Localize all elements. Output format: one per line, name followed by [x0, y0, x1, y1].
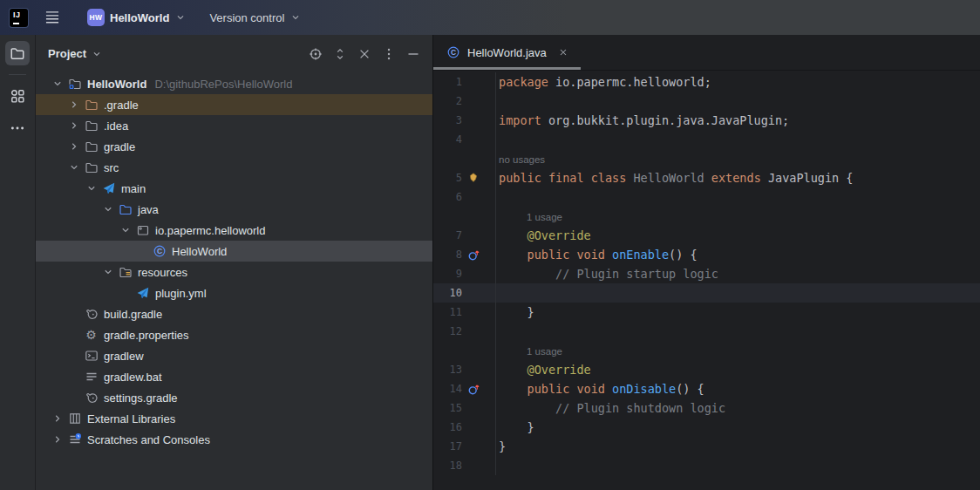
tree-item-label: gradlew.bat: [104, 371, 162, 384]
chevron-down-icon[interactable]: [101, 202, 115, 216]
panel-options-button[interactable]: [379, 44, 398, 63]
code-line[interactable]: 5public final class HelloWorld extends J…: [433, 168, 980, 187]
usage-inlay-hint[interactable]: 1 usage: [495, 341, 980, 360]
chevron-down-icon[interactable]: [51, 77, 65, 91]
gradle-icon: [84, 307, 99, 321]
tree-item[interactable]: main: [36, 178, 432, 199]
overrides-method-gutter-icon[interactable]: [467, 248, 480, 262]
tree-item[interactable]: gradlew.bat: [36, 366, 432, 387]
code-text[interactable]: }: [495, 303, 980, 322]
chevron-down-icon[interactable]: [85, 181, 99, 195]
code-line[interactable]: 18: [433, 456, 980, 475]
hide-panel-button[interactable]: [404, 44, 422, 63]
tree-item[interactable]: Scratches and Consoles: [36, 429, 432, 450]
project-view-selector[interactable]: Project: [48, 47, 103, 60]
folder-source-icon: [118, 202, 133, 216]
code-text[interactable]: }: [495, 437, 980, 456]
tree-item-label: HelloWorld: [172, 245, 227, 258]
chevron-placeholder: [135, 244, 149, 258]
folder-icon: [84, 160, 99, 174]
code-line[interactable]: 7 @Override: [433, 226, 980, 245]
inlay-hint-row[interactable]: no usages: [433, 149, 980, 168]
project-widget-button[interactable]: HW HelloWorld: [80, 5, 194, 30]
tree-item[interactable]: gradle: [36, 136, 432, 157]
usage-inlay-hint[interactable]: no usages: [495, 149, 980, 168]
tree-item[interactable]: build.gradle: [36, 303, 432, 324]
code-text[interactable]: public void onEnable() {: [495, 245, 980, 264]
project-toolwindow-button[interactable]: [5, 41, 30, 65]
inlay-hint-row[interactable]: 1 usage: [433, 207, 980, 226]
collapse-all-button[interactable]: [355, 44, 373, 63]
code-line[interactable]: 1package io.papermc.helloworld;: [433, 72, 980, 92]
code-line[interactable]: 4: [433, 130, 980, 149]
gutter[interactable]: [462, 383, 495, 396]
chevron-right-icon[interactable]: [67, 119, 81, 133]
code-text[interactable]: [495, 92, 980, 111]
locate-file-button[interactable]: [306, 44, 324, 63]
chevron-right-icon[interactable]: [67, 98, 81, 112]
code-line[interactable]: 15 // Plugin shutdown logic: [433, 398, 980, 418]
tree-item[interactable]: .idea: [36, 115, 432, 136]
chevron-right-icon[interactable]: [67, 140, 81, 153]
plugin-gutter-icon[interactable]: [467, 172, 480, 184]
scratches-icon: [67, 432, 82, 446]
chevron-down-icon[interactable]: [101, 265, 115, 279]
code-line[interactable]: 6: [433, 187, 980, 207]
code-text[interactable]: public final class HelloWorld extends Ja…: [495, 168, 980, 187]
tree-item[interactable]: .gradle: [36, 94, 432, 115]
code-line[interactable]: 17}: [433, 437, 980, 456]
code-text[interactable]: public void onDisable() {: [495, 379, 980, 398]
code-line[interactable]: 16 }: [433, 418, 980, 437]
code-text[interactable]: // Plugin startup logic: [495, 264, 980, 283]
tree-item[interactable]: CHelloWorld: [36, 241, 432, 262]
code-line[interactable]: 14 public void onDisable() {: [433, 379, 980, 398]
chevron-down-icon[interactable]: [67, 160, 81, 174]
code-line[interactable]: 13 @Override: [433, 360, 980, 379]
tree-item[interactable]: gradlew: [36, 345, 432, 366]
tree-item[interactable]: io.papermc.helloworld: [36, 220, 432, 241]
code-line[interactable]: 3import org.bukkit.plugin.java.JavaPlugi…: [433, 111, 980, 130]
chevron-right-icon[interactable]: [51, 412, 65, 425]
code-text[interactable]: [495, 187, 980, 207]
code-line[interactable]: 2: [433, 92, 980, 111]
code-text[interactable]: @Override: [495, 226, 980, 245]
tree-item[interactable]: ⚙gradle.properties: [36, 324, 432, 345]
tree-item[interactable]: HelloWorldD:\githubRePos\HelloWorld: [36, 73, 432, 94]
code-text[interactable]: import org.bukkit.plugin.java.JavaPlugin…: [495, 111, 980, 130]
tree-item[interactable]: settings.gradle: [36, 387, 432, 408]
chevron-right-icon[interactable]: [51, 432, 65, 446]
more-toolwindows-button[interactable]: [5, 116, 30, 140]
code-text[interactable]: [495, 456, 980, 475]
usage-inlay-hint[interactable]: 1 usage: [495, 207, 980, 226]
tree-item[interactable]: src: [36, 157, 432, 178]
code-text[interactable]: [495, 283, 980, 303]
main-menu-icon[interactable]: [44, 10, 60, 24]
code-line[interactable]: 11 }: [433, 303, 980, 322]
structure-toolwindow-button[interactable]: [5, 84, 30, 108]
kebab-menu-icon: [382, 47, 396, 61]
code-line[interactable]: 10: [433, 283, 980, 303]
code-line[interactable]: 8 public void onEnable() {: [433, 245, 980, 264]
gutter[interactable]: [462, 172, 495, 184]
expand-selection-button[interactable]: [330, 44, 349, 63]
overrides-method-gutter-icon[interactable]: [467, 383, 480, 396]
chevron-down-icon[interactable]: [119, 223, 133, 237]
code-editor[interactable]: 1package io.papermc.helloworld;23import …: [433, 71, 980, 490]
code-text[interactable]: }: [495, 418, 980, 437]
code-line[interactable]: 9 // Plugin startup logic: [433, 264, 980, 283]
close-tab-icon[interactable]: [557, 46, 569, 58]
tree-item[interactable]: plugin.yml: [36, 282, 432, 303]
tab-helloworld-java[interactable]: C HelloWorld.java: [433, 35, 581, 70]
gutter[interactable]: [462, 248, 495, 262]
code-text[interactable]: [495, 130, 980, 149]
version-control-widget-button[interactable]: Version control: [202, 8, 309, 28]
code-line[interactable]: 12: [433, 322, 980, 341]
tree-item[interactable]: java: [36, 199, 432, 220]
inlay-hint-row[interactable]: 1 usage: [433, 341, 980, 360]
code-text[interactable]: package io.papermc.helloworld;: [495, 72, 980, 92]
code-text[interactable]: [495, 322, 980, 341]
tree-item[interactable]: External Libraries: [36, 408, 432, 429]
tree-item[interactable]: resources: [36, 262, 432, 282]
code-text[interactable]: @Override: [495, 360, 980, 379]
code-text[interactable]: // Plugin shutdown logic: [495, 398, 980, 418]
